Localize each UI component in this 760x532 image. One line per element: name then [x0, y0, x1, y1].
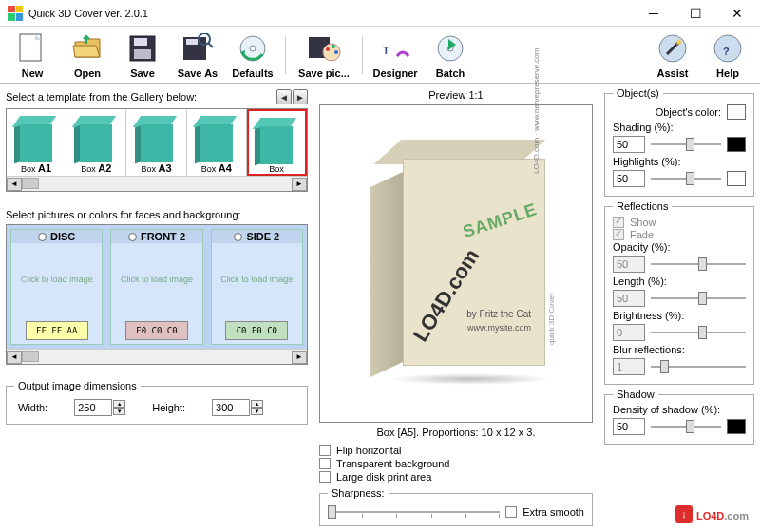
- svg-rect-8: [186, 39, 198, 45]
- sharpness-group: Sharpness: Extra smooth: [319, 487, 593, 526]
- height-label: Height:: [152, 402, 185, 413]
- radio-icon[interactable]: [234, 233, 242, 241]
- preview-header: Preview 1:1: [319, 89, 593, 101]
- faces-panel: DISC Click to load image FF FF AA FRONT …: [6, 224, 308, 365]
- face-color-swatch[interactable]: C0 E0 C0: [225, 321, 288, 340]
- width-input[interactable]: [74, 399, 112, 416]
- wand-icon: [656, 31, 690, 66]
- saveas-button[interactable]: Save As: [175, 31, 220, 79]
- gallery-item[interactable]: Box A3: [126, 109, 186, 176]
- face-load-area[interactable]: Click to load image: [220, 243, 293, 317]
- density-value[interactable]: 50: [613, 418, 645, 435]
- gallery-scrollbar[interactable]: ◄ ►: [7, 176, 307, 191]
- highlights-slider[interactable]: [651, 169, 721, 188]
- batch-button[interactable]: Batch: [428, 31, 473, 79]
- faces-label: Select pictures or colors for faces and …: [6, 209, 308, 220]
- output-dimensions-group: Output image dimensions Width: ▲▼ Height…: [6, 380, 308, 425]
- open-button[interactable]: Open: [65, 31, 110, 79]
- blur-slider: [651, 357, 746, 376]
- density-slider[interactable]: [651, 417, 721, 436]
- svg-marker-3: [73, 46, 100, 57]
- length-label: Length (%):: [613, 276, 746, 287]
- preview-side-text2: quick 3D Cover: [547, 293, 556, 345]
- face-cell-side2[interactable]: SIDE 2 Click to load image C0 E0 C0: [211, 229, 303, 345]
- gallery-item[interactable]: Box A1: [7, 109, 66, 176]
- svg-point-17: [332, 45, 335, 48]
- face-load-area[interactable]: Click to load image: [121, 243, 193, 317]
- width-label: Width:: [18, 402, 48, 413]
- close-button[interactable]: ✕: [716, 0, 758, 27]
- gallery-item[interactable]: Box A4: [187, 109, 247, 176]
- object-color-label: Object's color:: [656, 106, 721, 118]
- gallery-item[interactable]: Box A2: [66, 109, 126, 176]
- sample-stamp: SAMPLE: [461, 199, 541, 241]
- defaults-button[interactable]: Defaults: [230, 31, 276, 79]
- fade-checkbox: Fade: [613, 229, 746, 240]
- radio-icon[interactable]: [38, 233, 47, 241]
- toolbar: New Open Save Save As Defaults Save pic.…: [0, 27, 760, 84]
- object-color-swatch[interactable]: [727, 104, 746, 120]
- brightness-slider: [651, 323, 746, 342]
- density-label: Density of shadow (%):: [613, 404, 746, 415]
- length-value: 50: [613, 290, 645, 307]
- window-title: Quick 3D Cover ver. 2.0.1: [28, 8, 633, 19]
- shadow-color-swatch[interactable]: [727, 419, 746, 434]
- highlights-color-swatch[interactable]: [727, 171, 746, 186]
- width-spinner[interactable]: ▲▼: [74, 399, 125, 416]
- show-checkbox: Show: [613, 217, 746, 228]
- svg-rect-5: [134, 38, 147, 46]
- new-button[interactable]: New: [10, 31, 55, 79]
- face-color-swatch[interactable]: E0 C0 C0: [125, 321, 188, 340]
- help-button[interactable]: ? Help: [705, 31, 750, 79]
- gallery-item-selected[interactable]: Box: [247, 109, 307, 176]
- sharpness-slider[interactable]: [328, 503, 500, 522]
- svg-text:T: T: [383, 45, 390, 56]
- scroll-left-button[interactable]: ◄: [7, 351, 22, 364]
- folder-open-icon: [70, 31, 104, 66]
- text-design-icon: T: [378, 31, 412, 66]
- radio-icon[interactable]: [128, 233, 137, 241]
- highlights-value[interactable]: 50: [613, 170, 645, 187]
- opacity-value: 50: [613, 256, 645, 273]
- svg-rect-6: [134, 49, 151, 59]
- svg-point-18: [334, 50, 338, 54]
- preview-area: LO4D.com SAMPLE by Fritz the Cat www.mys…: [319, 104, 593, 423]
- gallery-next-button[interactable]: ►: [293, 89, 308, 104]
- shading-color-swatch[interactable]: [727, 137, 746, 152]
- gallery-prev-button[interactable]: ◄: [276, 89, 292, 104]
- face-cell-disc[interactable]: DISC Click to load image FF FF AA: [10, 229, 103, 345]
- objects-group: Object(s) Object's color: Shading (%): 5…: [604, 87, 754, 197]
- template-gallery: Box A1 Box A2 Box A3 Box A4 Box ◄ ►: [6, 108, 308, 192]
- flip-checkbox[interactable]: Flip horizontal: [319, 445, 593, 456]
- face-load-area[interactable]: Click to load image: [21, 243, 93, 317]
- height-input[interactable]: [212, 399, 250, 416]
- savepic-button[interactable]: Save pic...: [295, 31, 352, 79]
- shading-value[interactable]: 50: [613, 136, 645, 153]
- maximize-button[interactable]: ☐: [674, 0, 716, 27]
- scroll-right-button[interactable]: ►: [292, 178, 307, 191]
- scroll-left-button[interactable]: ◄: [7, 178, 22, 191]
- svg-line-10: [208, 43, 213, 48]
- largedisk-checkbox[interactable]: Large disk print area: [319, 471, 593, 483]
- preview-caption: Box [A5]. Proportions: 10 x 12 x 3.: [319, 427, 593, 438]
- face-cell-front2[interactable]: FRONT 2 Click to load image E0 C0 C0: [110, 229, 202, 345]
- page-icon: [15, 31, 49, 66]
- minimize-button[interactable]: ─: [633, 0, 674, 27]
- scroll-right-button[interactable]: ►: [292, 351, 307, 364]
- height-spinner[interactable]: ▲▼: [212, 399, 263, 416]
- assist-button[interactable]: Assist: [650, 31, 695, 79]
- app-icon: [8, 6, 23, 21]
- face-color-swatch[interactable]: FF FF AA: [26, 321, 88, 340]
- save-button[interactable]: Save: [120, 31, 165, 79]
- extrasmooth-checkbox[interactable]: Extra smooth: [505, 506, 584, 518]
- brightness-label: Brightness (%):: [613, 310, 746, 321]
- disc-refresh-icon: [236, 31, 270, 66]
- designer-button[interactable]: T Designer: [372, 31, 418, 79]
- shading-slider[interactable]: [651, 135, 721, 154]
- gallery-label: Select a template from the Gallery below…: [6, 91, 197, 103]
- faces-scrollbar[interactable]: ◄ ►: [7, 349, 307, 364]
- transparent-checkbox[interactable]: Transparent background: [319, 458, 593, 469]
- blur-label: Blur reflections:: [613, 344, 746, 355]
- preview-byline: by Fritz the Cat: [466, 309, 531, 319]
- brightness-value: 0: [613, 324, 645, 341]
